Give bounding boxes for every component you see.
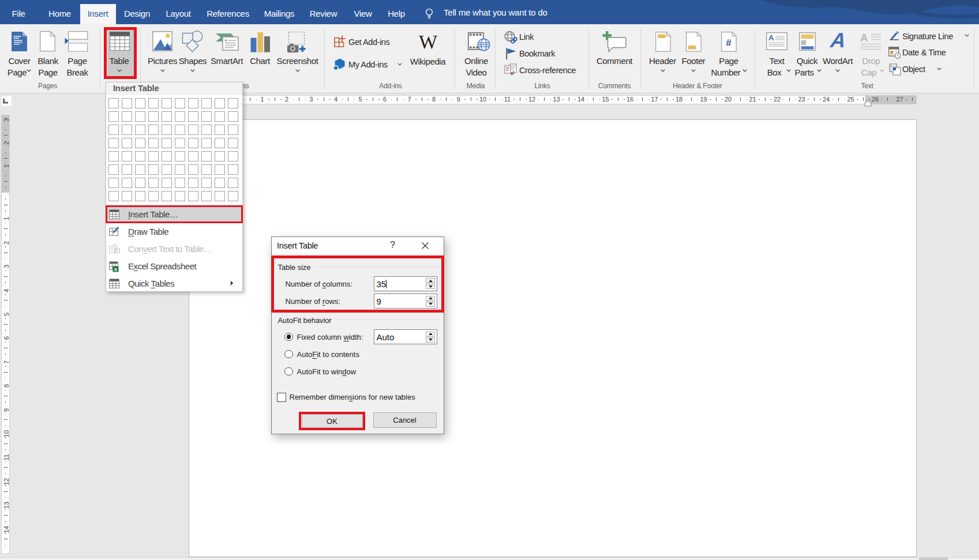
svg-text:A: A	[860, 32, 868, 44]
svg-text:A: A	[768, 33, 774, 42]
svg-text:x: x	[114, 266, 117, 272]
svg-text:#: #	[726, 37, 732, 48]
